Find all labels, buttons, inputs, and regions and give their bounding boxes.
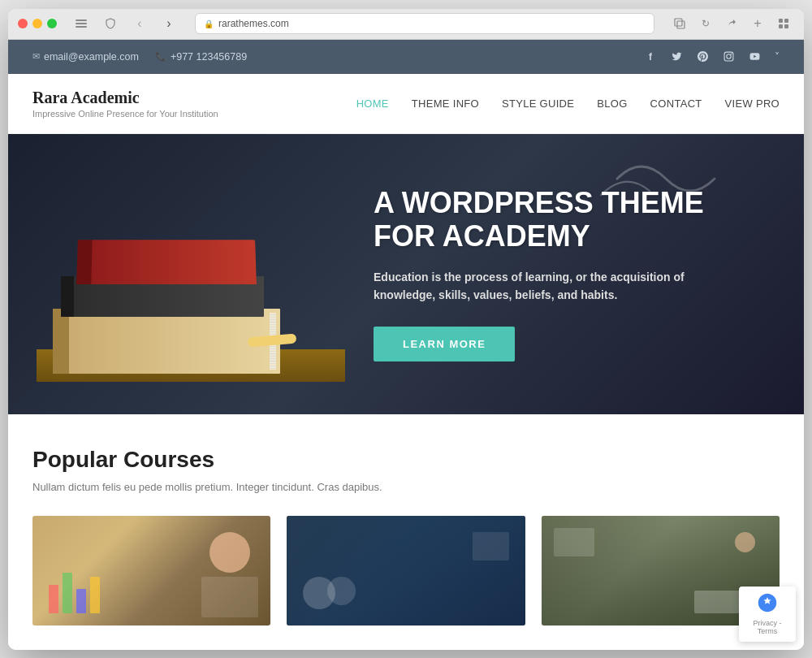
svg-rect-1 (76, 23, 87, 24)
url-text: rarathemes.com (218, 18, 289, 29)
reload-icon[interactable]: ↻ (695, 13, 716, 34)
svg-rect-7 (779, 24, 783, 28)
email-icon: ✉ (32, 51, 40, 62)
courses-section: Popular Courses Nullam dictum felis eu p… (8, 414, 804, 650)
grid-icon[interactable] (773, 13, 794, 34)
book-red (76, 240, 257, 284)
recaptcha-text: Privacy - Terms (747, 619, 788, 635)
person-circle-2 (327, 577, 356, 605)
book-beige (53, 309, 280, 374)
svg-rect-4 (677, 21, 685, 28)
browser-toolbar-icons: ↻ + (669, 13, 794, 34)
svg-rect-9 (724, 52, 733, 61)
phone-contact: 📞 +977 123456789 (155, 51, 247, 63)
svg-rect-5 (779, 19, 783, 23)
topbar-right: f ˅ (641, 48, 780, 66)
nav-home[interactable]: HOME (356, 97, 389, 110)
close-button[interactable] (18, 19, 28, 28)
hero-books (37, 154, 345, 382)
svg-rect-3 (675, 19, 682, 26)
pinterest-icon[interactable] (693, 48, 711, 66)
nav-theme-info[interactable]: THEME INFO (412, 97, 479, 110)
back-button[interactable]: ‹ (128, 12, 151, 35)
hero-content: A WORDPRESS THEME FOR ACADEMY Education … (357, 162, 755, 387)
courses-title: Popular Courses (32, 447, 780, 473)
topbar-left: ✉ email@example.com 📞 +977 123456789 (32, 51, 247, 63)
topbar: ✉ email@example.com 📞 +977 123456789 f (8, 40, 804, 74)
notebook-overlay (473, 532, 509, 561)
browser-window: ‹ › 🔒 rarathemes.com ↻ + ✉ (8, 9, 804, 650)
youtube-icon[interactable] (745, 48, 763, 66)
logo-subtitle: Impressive Online Presence for Your Inst… (32, 109, 218, 119)
courses-grid (32, 516, 780, 626)
book-spine (61, 276, 74, 317)
nav-view-pro[interactable]: VIEW PRO (725, 97, 780, 110)
svg-point-10 (726, 54, 730, 58)
course-card-1[interactable] (32, 516, 270, 626)
document-overlay (201, 577, 258, 617)
nav-blog[interactable]: BLOG (597, 97, 627, 110)
site-content: ✉ email@example.com 📞 +977 123456789 f (8, 40, 804, 650)
lock-icon: 🔒 (204, 19, 214, 28)
nav-contact[interactable]: CONTACT (650, 97, 702, 110)
sidebar-icon[interactable] (70, 12, 93, 35)
chart-bars (49, 573, 100, 613)
maximize-button[interactable] (47, 19, 57, 28)
email-text: email@example.com (44, 51, 139, 63)
facebook-icon[interactable]: f (641, 48, 659, 66)
course-image-2 (287, 516, 525, 626)
hand-overlay (209, 532, 250, 573)
screen-overlay (554, 528, 594, 556)
svg-point-11 (730, 54, 732, 55)
hero-description: Education is the process of learning, or… (374, 268, 739, 305)
site-header: Rara Academic Impressive Online Presence… (8, 74, 804, 134)
courses-description: Nullam dictum felis eu pede mollis preti… (32, 481, 780, 493)
nav-style-guide[interactable]: STYLE GUIDE (502, 97, 574, 110)
svg-rect-2 (76, 26, 87, 28)
browser-titlebar: ‹ › 🔒 rarathemes.com ↻ + (8, 9, 804, 40)
recaptcha-logo (758, 593, 777, 617)
logo-title: Rara Academic (32, 89, 218, 107)
svg-rect-6 (784, 19, 788, 23)
add-tab-icon[interactable]: + (747, 13, 768, 34)
screen-icon[interactable] (669, 13, 690, 34)
site-nav: HOME THEME INFO STYLE GUIDE BLOG CONTACT… (356, 97, 780, 110)
learn-more-button[interactable]: LEARN MORE (374, 327, 515, 361)
hero-title: A WORDPRESS THEME FOR ACADEMY (374, 186, 739, 253)
shield-icon (99, 12, 122, 35)
instagram-icon[interactable] (719, 48, 737, 66)
svg-rect-0 (76, 19, 87, 21)
twitter-icon[interactable] (667, 48, 685, 66)
hero-section: A WORDPRESS THEME FOR ACADEMY Education … (8, 134, 804, 414)
forward-button[interactable]: › (158, 12, 180, 35)
browser-nav-icons: ‹ › (70, 12, 180, 35)
course-image-1 (32, 516, 270, 626)
address-bar[interactable]: 🔒 rarathemes.com (195, 13, 654, 34)
email-contact: ✉ email@example.com (32, 51, 139, 63)
phone-icon: 📞 (155, 51, 166, 62)
share-icon[interactable] (721, 13, 742, 34)
hand-circle (735, 532, 755, 552)
course-card-2[interactable] (287, 516, 525, 626)
book-spine (76, 240, 93, 284)
phone-text: +977 123456789 (171, 51, 247, 63)
site-logo[interactable]: Rara Academic Impressive Online Presence… (32, 89, 218, 119)
book-spine (53, 309, 69, 374)
recaptcha-badge: Privacy - Terms (739, 587, 796, 642)
chevron-down-icon: ˅ (775, 51, 780, 63)
minimize-button[interactable] (32, 19, 42, 28)
browser-dots (18, 19, 57, 28)
svg-rect-8 (784, 24, 788, 28)
